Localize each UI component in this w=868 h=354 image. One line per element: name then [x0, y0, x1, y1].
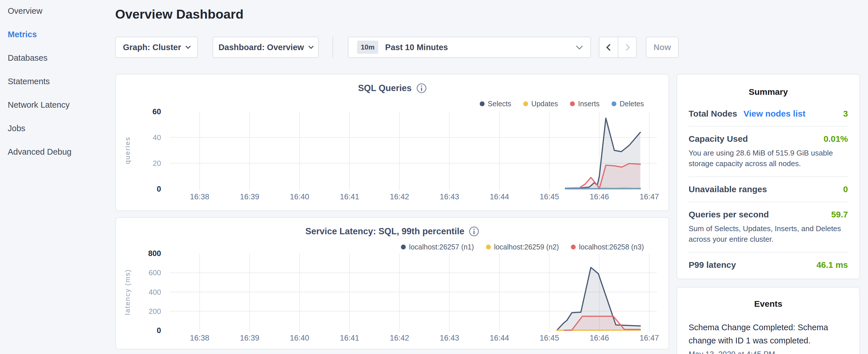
divider — [689, 176, 848, 177]
y-tick-label: 0 — [157, 185, 161, 193]
y-axis-label: latency (ms) — [124, 269, 131, 315]
x-tick-label: 16:41 — [340, 192, 359, 201]
chevron-left-icon — [606, 44, 613, 51]
sidebar-item-statements[interactable]: Statements — [8, 76, 111, 87]
x-tick-label: 16:39 — [240, 334, 259, 342]
y-tick-label: 40 — [153, 133, 161, 142]
chevron-down-icon — [576, 43, 583, 50]
chevron-right-icon — [623, 44, 630, 51]
x-tick-label: 16:38 — [190, 334, 210, 342]
time-range-badge: 10m — [357, 41, 378, 54]
summary-row: Unavailable ranges0 — [689, 185, 848, 194]
summary-row-subtext: Sum of Selects, Updates, Inserts, and De… — [689, 223, 848, 245]
summary-title: Summary — [689, 87, 848, 97]
graph-dropdown-label: Graph: Cluster — [123, 43, 181, 52]
summary-row-value: 0 — [843, 185, 848, 194]
x-tick-label: 16:43 — [440, 192, 459, 201]
time-range-label: Past 10 Minutes — [385, 43, 448, 52]
event-timestamp: May 13, 2020 at 4:45 PM — [689, 350, 848, 354]
y-tick-label: 800 — [148, 249, 161, 258]
view-nodes-link[interactable]: View nodes list — [743, 109, 805, 119]
summary-rows: Total NodesView nodes list3Capacity Used… — [689, 109, 848, 270]
x-tick-label: 16:43 — [440, 334, 459, 342]
next-time-button[interactable] — [618, 37, 636, 57]
event-text: Schema Change Completed: Schema change w… — [689, 321, 838, 347]
x-tick-label: 16:46 — [590, 192, 609, 201]
summary-row-value: 3 — [843, 109, 848, 119]
summary-row-label: Queries per second — [689, 210, 769, 219]
x-tick-label: 16:40 — [290, 192, 309, 201]
event-item[interactable]: Schema Change Completed: Schema change w… — [689, 321, 848, 354]
sidebar-item-databases[interactable]: Databases — [8, 53, 111, 63]
time-range-dropdown[interactable]: 10m Past 10 Minutes — [348, 37, 591, 58]
summary-row: P99 latency46.1 ms — [689, 260, 848, 270]
x-tick-label: 16:40 — [290, 334, 309, 342]
y-tick-label: 0 — [157, 326, 161, 335]
y-tick-label: 400 — [149, 288, 161, 296]
sql-queries-chart[interactable]: 16:3816:3916:4016:4116:4216:4316:4416:45… — [116, 74, 669, 211]
divider — [689, 252, 848, 253]
y-axis-label: queries — [124, 137, 131, 164]
service-latency-chart[interactable]: 16:3816:3916:4016:4116:4216:4316:4416:45… — [116, 218, 669, 349]
dashboard-dropdown-label: Dashboard: Overview — [218, 43, 304, 52]
time-step-group — [599, 37, 637, 58]
sidebar-item-overview[interactable]: Overview — [8, 6, 111, 16]
x-tick-label: 16:44 — [490, 192, 509, 201]
x-tick-label: 16:39 — [240, 192, 259, 201]
summary-row-label: P99 latency — [689, 260, 736, 270]
sql-queries-panel: SQL Queries SelectsUpdatesInsertsDeletes… — [116, 74, 669, 211]
dashboard-dropdown[interactable]: Dashboard: Overview — [213, 37, 319, 58]
x-tick-label: 16:44 — [490, 334, 509, 342]
sidebar-item-advanced-debug[interactable]: Advanced Debug — [8, 147, 111, 157]
graph-dropdown[interactable]: Graph: Cluster — [115, 37, 198, 58]
summary-row: Queries per second59.7 — [689, 210, 848, 219]
chevron-down-icon — [185, 43, 191, 49]
x-tick-label: 16:42 — [390, 192, 409, 201]
controls-divider — [333, 37, 333, 58]
sidebar-item-network-latency[interactable]: Network Latency — [8, 100, 111, 110]
now-button[interactable]: Now — [646, 37, 679, 58]
divider — [689, 126, 848, 127]
summary-row-value: 0.01% — [824, 134, 848, 144]
events-panel: Events Schema Change Completed: Schema c… — [677, 287, 860, 354]
events-list: Schema Change Completed: Schema change w… — [689, 321, 848, 354]
divider — [689, 202, 848, 202]
summary-row: Total NodesView nodes list3 — [689, 109, 848, 119]
service-latency-panel: Service Latency: SQL, 99th percentile lo… — [116, 217, 669, 349]
summary-row: Capacity Used0.01% — [689, 134, 848, 144]
page-title: Overview Dashboard — [115, 7, 244, 22]
x-tick-label: 16:41 — [340, 334, 359, 342]
summary-row-value: 46.1 ms — [816, 260, 848, 270]
summary-row-label: Total Nodes — [689, 109, 737, 119]
sidebar-nav: OverviewMetricsDatabasesStatementsNetwor… — [8, 6, 111, 170]
summary-row-label: Unavailable ranges — [689, 185, 767, 194]
y-tick-label: 600 — [149, 268, 161, 277]
sidebar-item-metrics[interactable]: Metrics — [8, 29, 111, 39]
y-tick-label: 60 — [152, 107, 161, 116]
x-tick-label: 16:45 — [539, 334, 559, 342]
x-tick-label: 16:38 — [190, 192, 210, 201]
y-tick-label: 20 — [153, 159, 161, 167]
x-tick-label: 16:47 — [640, 192, 659, 201]
x-tick-label: 16:47 — [640, 334, 659, 342]
x-tick-label: 16:46 — [590, 334, 609, 342]
prev-time-button[interactable] — [599, 37, 618, 57]
chevron-down-icon — [308, 43, 313, 49]
summary-row-value: 59.7 — [831, 210, 848, 219]
summary-panel: Summary Total NodesView nodes list3Capac… — [677, 74, 860, 279]
summary-row-subtext: You are using 28.6 MiB of 515.9 GiB usab… — [689, 148, 848, 169]
summary-row-label: Capacity Used — [689, 134, 748, 144]
x-tick-label: 16:45 — [539, 192, 559, 201]
y-tick-label: 200 — [149, 307, 161, 316]
sidebar-item-jobs[interactable]: Jobs — [8, 123, 111, 133]
x-tick-label: 16:42 — [390, 334, 409, 342]
events-title: Events — [689, 299, 848, 309]
